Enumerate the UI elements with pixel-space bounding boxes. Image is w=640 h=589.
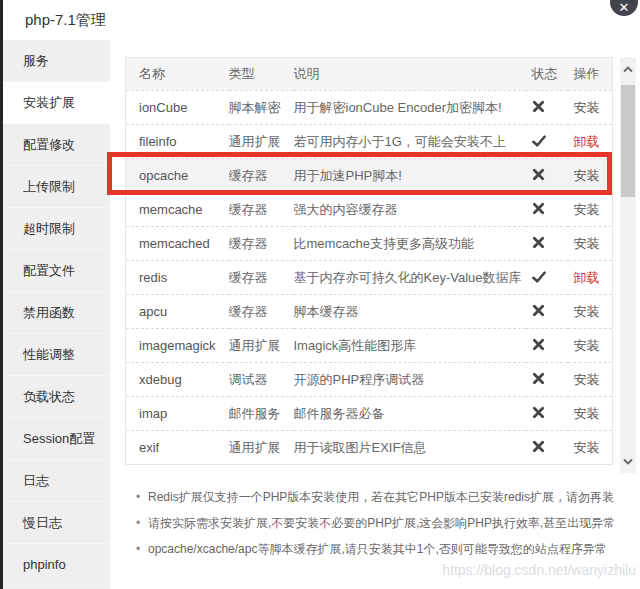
status-cell <box>526 329 568 363</box>
desc-cell: 用于解密ionCube Encoder加密脚本! <box>294 91 526 125</box>
action-link[interactable]: 安装 <box>574 440 600 455</box>
type-cell: 调试器 <box>229 363 294 397</box>
desc-cell: Imagick高性能图形库 <box>294 329 526 363</box>
sidebar-item-label: 日志 <box>23 473 49 488</box>
check-icon <box>532 135 546 150</box>
sidebar-item[interactable]: 日志 <box>3 460 110 502</box>
scrollbar[interactable] <box>620 57 636 473</box>
chevron-up-icon <box>623 66 633 73</box>
action-cell: 安装 <box>568 397 613 431</box>
table-row: memcache 缓存器 强大的内容缓存器 安装 <box>126 193 613 227</box>
bullet-icon: • <box>128 510 148 536</box>
table-header-row: 名称类型说明状态操作 <box>126 58 613 91</box>
type-cell: 通用扩展 <box>229 329 294 363</box>
scroll-up-button[interactable] <box>620 59 636 79</box>
action-cell: 安装 <box>568 159 613 193</box>
type-cell: 缓存器 <box>229 193 294 227</box>
action-link[interactable]: 安装 <box>574 236 600 251</box>
x-icon <box>532 100 545 116</box>
name-cell: imagemagick <box>126 329 229 363</box>
name-cell: memcached <box>126 227 229 261</box>
name-cell: xdebug <box>126 363 229 397</box>
desc-cell: 比memcache支持更多高级功能 <box>294 227 526 261</box>
sidebar-item[interactable]: 服务 <box>3 40 110 82</box>
action-cell: 卸载 <box>568 125 613 159</box>
note-item: •Redis扩展仅支持一个PHP版本安装使用，若在其它PHP版本已安装redis… <box>128 484 633 510</box>
sidebar-item-label: phpinfo <box>23 557 66 572</box>
status-cell <box>526 397 568 431</box>
sidebar-item[interactable]: 禁用函数 <box>3 292 110 334</box>
note-text: opcache/xcache/apc等脚本缓存扩展,请只安装其中1个,否则可能导… <box>148 542 607 556</box>
sidebar-item[interactable]: 配置修改 <box>3 124 110 166</box>
sidebar-item[interactable]: 安装扩展 <box>3 82 110 124</box>
action-cell: 安装 <box>568 227 613 261</box>
header-cell: 类型 <box>229 58 294 91</box>
header-cell: 操作 <box>568 58 613 91</box>
notes: •Redis扩展仅支持一个PHP版本安装使用，若在其它PHP版本已安装redis… <box>128 484 633 562</box>
status-cell <box>526 193 568 227</box>
sidebar-item[interactable]: 性能调整 <box>3 334 110 376</box>
action-cell: 安装 <box>568 295 613 329</box>
close-icon: ✕ <box>619 0 630 15</box>
type-cell: 脚本解密 <box>229 91 294 125</box>
page-title: php-7.1管理 <box>25 11 106 30</box>
sidebar-item[interactable]: 慢日志 <box>3 502 110 544</box>
x-icon <box>532 338 545 354</box>
scroll-thumb[interactable] <box>621 85 635 197</box>
sidebar-item[interactable]: phpinfo <box>3 544 110 586</box>
sidebar-item-label: 安装扩展 <box>23 95 75 110</box>
sidebar-item[interactable]: 配置文件 <box>3 250 110 292</box>
desc-cell: 用于读取图片EXIF信息 <box>294 431 526 465</box>
action-link[interactable]: 安装 <box>574 372 600 387</box>
x-icon <box>532 440 545 456</box>
header-cell: 说明 <box>294 58 526 91</box>
action-cell: 安装 <box>568 431 613 465</box>
sidebar-item-label: 负载状态 <box>23 389 75 404</box>
table-row: imap 邮件服务 邮件服务器必备 安装 <box>126 397 613 431</box>
header-cell: 状态 <box>526 58 568 91</box>
x-icon <box>532 304 545 320</box>
action-link[interactable]: 卸载 <box>574 134 600 149</box>
note-text: Redis扩展仅支持一个PHP版本安装使用，若在其它PHP版本已安装redis扩… <box>148 490 614 504</box>
status-cell <box>526 261 568 295</box>
table-row: fileinfo 通用扩展 若可用内存小于1G，可能会安装不上 卸载 <box>126 125 613 159</box>
sidebar-item[interactable]: 上传限制 <box>3 166 110 208</box>
sidebar-item-label: 性能调整 <box>23 347 75 362</box>
action-link[interactable]: 安装 <box>574 338 600 353</box>
type-cell: 缓存器 <box>229 261 294 295</box>
status-cell <box>526 431 568 465</box>
x-icon <box>532 372 545 388</box>
action-link[interactable]: 卸载 <box>574 270 600 285</box>
extensions-table: 名称类型说明状态操作 ionCube 脚本解密 用于解密ionCube Enco… <box>125 57 612 465</box>
desc-cell: 用于加速PHP脚本! <box>294 159 526 193</box>
action-link[interactable]: 安装 <box>574 406 600 421</box>
sidebar-item[interactable]: Session配置 <box>3 418 110 460</box>
action-link[interactable]: 安装 <box>574 304 600 319</box>
desc-cell: 脚本缓存器 <box>294 295 526 329</box>
type-cell: 通用扩展 <box>229 431 294 465</box>
sidebar-item-label: 服务 <box>23 53 49 68</box>
table-row: redis 缓存器 基于内存亦可持久化的Key-Value数据库 卸载 <box>126 261 613 295</box>
header-cell: 名称 <box>126 58 229 91</box>
status-cell <box>526 295 568 329</box>
table-row: apcu 缓存器 脚本缓存器 安装 <box>126 295 613 329</box>
name-cell: memcache <box>126 193 229 227</box>
extensions-table-body: ionCube 脚本解密 用于解密ionCube Encoder加密脚本! 安装… <box>126 91 613 465</box>
table-row: memcached 缓存器 比memcache支持更多高级功能 安装 <box>126 227 613 261</box>
desc-cell: 基于内存亦可持久化的Key-Value数据库 <box>294 261 526 295</box>
sidebar-item[interactable]: 超时限制 <box>3 208 110 250</box>
x-icon <box>532 406 545 422</box>
note-item: •opcache/xcache/apc等脚本缓存扩展,请只安装其中1个,否则可能… <box>128 536 633 562</box>
sidebar-item[interactable]: 负载状态 <box>3 376 110 418</box>
name-cell: ionCube <box>126 91 229 125</box>
action-link[interactable]: 安装 <box>574 100 600 115</box>
action-link[interactable]: 安装 <box>574 168 600 183</box>
status-cell <box>526 227 568 261</box>
scroll-down-button[interactable] <box>620 451 636 471</box>
action-link[interactable]: 安装 <box>574 202 600 217</box>
action-cell: 安装 <box>568 329 613 363</box>
desc-cell: 若可用内存小于1G，可能会安装不上 <box>294 125 526 159</box>
type-cell: 通用扩展 <box>229 125 294 159</box>
type-cell: 缓存器 <box>229 159 294 193</box>
type-cell: 邮件服务 <box>229 397 294 431</box>
